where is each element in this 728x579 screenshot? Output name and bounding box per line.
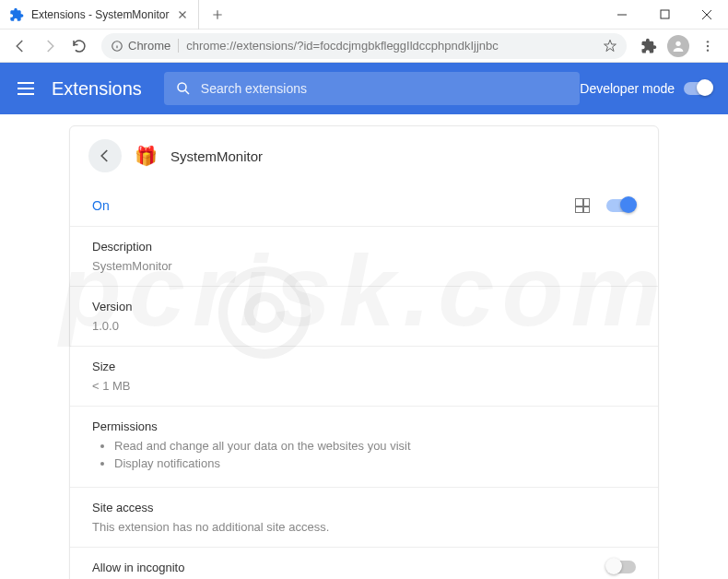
- browser-toolbar: Chrome chrome://extensions/?id=focdcjmgb…: [0, 30, 728, 63]
- permission-item: Display notifications: [114, 456, 636, 470]
- site-access-value: This extension has no additional site ac…: [92, 520, 636, 534]
- new-tab-button[interactable]: [205, 2, 230, 28]
- extension-gift-icon: 🎁: [135, 145, 158, 167]
- url-text: chrome://extensions/?id=focdcjmgbkfleggI…: [186, 39, 499, 53]
- description-value: SystemMonitor: [92, 259, 636, 273]
- version-label: Version: [92, 300, 636, 313]
- developer-mode-toggle[interactable]: [684, 82, 713, 95]
- size-label: Size: [92, 360, 636, 373]
- close-tab-icon[interactable]: [176, 8, 189, 21]
- reload-button[interactable]: [66, 33, 92, 59]
- site-info-chip[interactable]: Chrome: [111, 39, 179, 53]
- size-value: < 1 MB: [92, 379, 636, 393]
- browser-tab[interactable]: Extensions - SystemMonitor: [0, 0, 199, 30]
- incognito-label: Allow in incognito: [92, 561, 595, 574]
- profile-avatar[interactable]: [665, 33, 691, 59]
- extension-detail-card: 🎁 SystemMonitor On Description SystemMon…: [69, 125, 659, 579]
- site-access-label: Site access: [92, 501, 636, 514]
- extension-enabled-toggle[interactable]: [606, 199, 636, 212]
- tab-title: Extensions - SystemMonitor: [31, 8, 169, 21]
- back-to-extensions-button[interactable]: [88, 139, 122, 172]
- page-title: Extensions: [52, 78, 142, 100]
- site-chip-label: Chrome: [128, 39, 170, 53]
- svg-point-5: [707, 49, 709, 51]
- search-input[interactable]: [201, 81, 569, 96]
- minimize-button[interactable]: [601, 0, 643, 30]
- svg-point-6: [178, 83, 186, 91]
- search-box[interactable]: [164, 72, 580, 105]
- svg-point-3: [707, 41, 709, 42]
- extension-icon: [9, 7, 24, 22]
- address-bar[interactable]: Chrome chrome://extensions/?id=focdcjmgb…: [101, 33, 627, 59]
- status-on-label: On: [92, 198, 110, 213]
- grid-view-icon[interactable]: [575, 198, 590, 213]
- extensions-toolbar-icon[interactable]: [636, 33, 662, 59]
- content-area[interactable]: 🎁 SystemMonitor On Description SystemMon…: [0, 114, 728, 579]
- forward-button[interactable]: [37, 33, 63, 59]
- menu-icon[interactable]: [15, 77, 37, 100]
- search-icon: [175, 80, 192, 97]
- svg-point-2: [675, 41, 680, 45]
- close-window-button[interactable]: [686, 0, 728, 30]
- bookmark-icon[interactable]: [603, 39, 617, 53]
- permissions-label: Permissions: [92, 419, 636, 433]
- extensions-header: Extensions Developer mode: [0, 63, 728, 114]
- permission-item: Read and change all your data on the web…: [114, 439, 636, 453]
- svg-rect-0: [661, 10, 669, 18]
- description-label: Description: [92, 240, 636, 254]
- maximize-button[interactable]: [643, 0, 686, 30]
- browser-menu-button[interactable]: [695, 33, 721, 59]
- svg-point-4: [707, 44, 709, 46]
- window-titlebar: Extensions - SystemMonitor: [0, 0, 728, 30]
- info-icon: [111, 40, 123, 53]
- incognito-toggle[interactable]: [606, 561, 636, 573]
- extension-name: SystemMonitor: [170, 148, 263, 164]
- developer-mode-label: Developer mode: [580, 81, 675, 96]
- back-button[interactable]: [7, 33, 33, 59]
- version-value: 1.0.0: [92, 319, 636, 333]
